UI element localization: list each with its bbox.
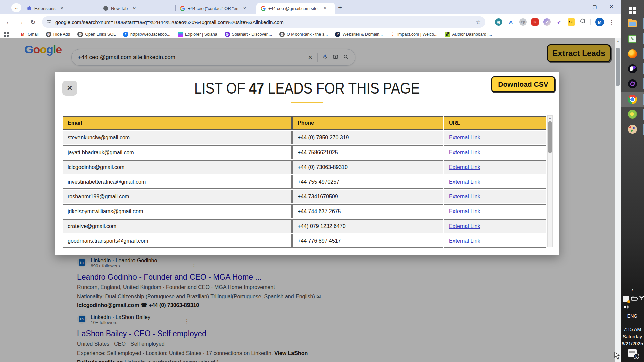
tray-expand[interactable]: ‹ xyxy=(621,287,644,293)
profile-avatar[interactable]: M xyxy=(595,18,604,26)
page-scrollbar-thumb[interactable] xyxy=(616,48,620,86)
scroll-up-icon[interactable]: ▲ xyxy=(548,116,552,119)
close-tab-icon[interactable]: ✕ xyxy=(322,5,328,11)
table-row: jdkelseymcwilliams@gmail.com+44 744 637 … xyxy=(63,204,546,218)
extension-a-icon[interactable]: A xyxy=(507,18,515,26)
external-link[interactable]: External Link xyxy=(449,194,480,199)
address-bar[interactable]: google.com/search?num=100&start=0&q=%2B4… xyxy=(42,16,485,28)
new-tab-button[interactable]: + xyxy=(335,3,345,12)
apps-grid-icon[interactable] xyxy=(4,32,9,37)
lead-url-cell: External Link xyxy=(444,145,546,159)
globe-icon: ◍ xyxy=(279,32,285,37)
table-scrollbar[interactable]: ▲ xyxy=(547,115,553,247)
table-scrollbar-thumb[interactable] xyxy=(548,121,552,153)
leads-table-body: stevenkunciw@gmail.com.+44 (0) 7850 270 … xyxy=(63,131,546,248)
bookmark-explorer-solana[interactable]: Explorer | Solana xyxy=(175,32,220,37)
bookmark-star-icon[interactable]: ☆ xyxy=(476,19,481,26)
bookmark-solanart[interactable]: ◎Solanart - Discover,... xyxy=(222,32,275,37)
modal-title: LIST OF 47 LEADS FOR THIS PAGE xyxy=(55,79,559,97)
maximize-icon[interactable]: ▢ xyxy=(590,4,600,9)
bookmark-impact[interactable]: ⁚impact.com | Welco... xyxy=(387,32,440,37)
notification-center-icon[interactable]: 5 xyxy=(628,349,637,357)
extension-brain-icon[interactable]: ◉ xyxy=(495,18,502,26)
extension-gmb-icon[interactable]: G xyxy=(531,18,539,26)
lead-phone: +44 (0) 73063-89310 xyxy=(292,160,443,174)
lead-phone: +44 776 897 4517 xyxy=(292,234,443,248)
bookmark-moonrank[interactable]: ◍O MoonRank - the s... xyxy=(276,32,331,37)
tab-new-tab[interactable]: New Tab ✕ xyxy=(99,3,175,14)
forward-icon[interactable]: → xyxy=(15,18,27,26)
external-link[interactable]: External Link xyxy=(449,179,480,185)
download-csv-button[interactable]: Download CSV xyxy=(491,76,555,92)
author-icon: ▞ xyxy=(445,32,450,37)
extensions-puzzle-icon[interactable] xyxy=(580,18,586,26)
solana-icon xyxy=(178,32,183,37)
solanart-icon: ◎ xyxy=(225,32,230,37)
minimize-icon[interactable]: ─ xyxy=(573,4,583,9)
table-row: roshanmr199@gmail.com+44 7341670509Exter… xyxy=(63,190,546,203)
bookmark-facebook[interactable]: fhttps://web.faceboo... xyxy=(120,32,173,37)
tab-label: +44 ceo @gmail.com site:linked xyxy=(268,6,319,11)
taskbar-app-dark1[interactable] xyxy=(621,61,644,76)
bookmark-hide-add[interactable]: ◍Hide Add xyxy=(43,32,73,37)
lead-phone: +44 (0) 7850 270 319 xyxy=(292,131,443,144)
bookmark-open-links-sol[interactable]: ◍Open Links SOL xyxy=(74,32,119,37)
extension-check-icon[interactable]: ✓ xyxy=(543,18,551,26)
external-link[interactable]: External Link xyxy=(449,149,480,155)
bookmark-websites-domains[interactable]: PWebsites & Domain... xyxy=(332,32,386,37)
wifi-icon[interactable] xyxy=(639,295,644,302)
external-link[interactable]: External Link xyxy=(449,164,480,170)
globe-icon: ◍ xyxy=(46,32,51,37)
chameleon-icon xyxy=(628,110,637,119)
external-link[interactable]: External Link xyxy=(449,208,480,214)
column-header-url: URL xyxy=(444,116,546,130)
browser-menu-icon[interactable]: ⋮ xyxy=(609,19,614,26)
extension-cp-icon[interactable]: cp xyxy=(519,18,527,26)
tab-extensions[interactable]: Extensions ✕ xyxy=(22,3,99,14)
taskbar-firefox[interactable] xyxy=(621,46,644,61)
scroll-up-icon[interactable]: ▲ xyxy=(615,40,621,43)
reload-icon[interactable]: ↻ xyxy=(27,18,39,26)
battery-icon[interactable] xyxy=(631,296,638,302)
close-tab-icon[interactable]: ✕ xyxy=(131,5,137,11)
external-link[interactable]: External Link xyxy=(449,238,480,244)
taskbar-paint[interactable] xyxy=(621,122,644,137)
tab-search-gmail-active[interactable]: +44 ceo @gmail.com site:linked ✕ xyxy=(256,3,335,14)
language-indicator[interactable]: ENG xyxy=(621,313,644,319)
taskbar-app-dark2[interactable] xyxy=(621,76,644,92)
taskbar-notepad[interactable]: ✎ xyxy=(621,31,644,46)
tray-app-icon[interactable] xyxy=(623,296,629,302)
notification-dot xyxy=(627,300,630,303)
extension-feather-icon[interactable]: ➶ xyxy=(555,18,563,26)
table-row: stevenkunciw@gmail.com.+44 (0) 7850 270 … xyxy=(63,131,546,144)
taskbar-file-explorer[interactable] xyxy=(621,16,644,31)
clock[interactable]: 7:15 AM Saturday 6/21/2025 xyxy=(621,326,644,347)
dark-app-icon xyxy=(628,64,637,73)
volume-icon[interactable] xyxy=(623,304,630,311)
close-tab-icon[interactable]: ✕ xyxy=(59,5,65,11)
close-tab-icon[interactable]: ✕ xyxy=(241,5,248,11)
site-settings-icon[interactable] xyxy=(47,19,52,25)
lead-email: roshanmr199@gmail.com xyxy=(63,190,292,203)
external-link[interactable]: External Link xyxy=(449,135,480,140)
date-text: 6/21/2025 xyxy=(621,340,644,347)
tab-search-contact[interactable]: +44 ceo ("contact" OR "email" ( ✕ xyxy=(176,3,254,14)
table-row: jayati.bhadrauk@gmail.com+44 7586621025E… xyxy=(63,145,546,159)
start-button[interactable] xyxy=(621,3,644,18)
folder-icon xyxy=(628,20,637,27)
day-text: Saturday xyxy=(621,333,644,340)
taskbar-chrome-active[interactable] xyxy=(621,92,644,107)
page-scrollbar[interactable]: ▲ ▼ xyxy=(615,38,621,362)
lead-email: investinabetterafrica@gmail.com xyxy=(63,175,292,189)
bookmark-author-dashboard[interactable]: ▞Author Dashboard |... xyxy=(442,32,495,37)
back-icon[interactable]: ← xyxy=(3,18,15,26)
lead-url-cell: External Link xyxy=(444,234,546,248)
extension-sl-icon[interactable]: SL xyxy=(568,18,575,26)
taskbar-chameleon-app[interactable] xyxy=(621,107,644,122)
window-controls: ─ ▢ ✕ xyxy=(573,0,616,13)
bookmark-gmail[interactable]: MGmail xyxy=(17,32,42,37)
close-icon[interactable]: ✕ xyxy=(606,4,616,9)
external-link[interactable]: External Link xyxy=(449,223,480,229)
lead-url-cell: External Link xyxy=(444,190,546,203)
tab-search-button[interactable]: ⌄ xyxy=(11,3,21,12)
